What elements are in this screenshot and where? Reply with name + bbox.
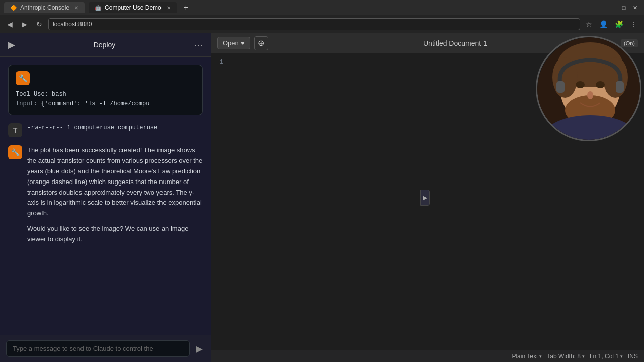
ai-message: 🔧 The plot has been successfully created… — [8, 145, 203, 244]
tab2-close[interactable]: ✕ — [167, 5, 171, 11]
tab2-favicon: 🤖 — [95, 5, 102, 11]
tab-width-label: Tab Width: 8 — [547, 353, 581, 360]
webcam-container: (On) — [533, 33, 644, 144]
svg-rect-10 — [616, 81, 624, 93]
editor-statusbar: Plain Text ▾ Tab Width: 8 ▾ Ln 1, Col 1 … — [211, 350, 644, 362]
webcam-face — [537, 37, 641, 141]
line-number-1: 1 — [217, 57, 223, 68]
new-tab-button[interactable]: + — [181, 2, 191, 13]
file-type-chevron: ▾ — [539, 354, 542, 359]
maximize-button[interactable]: □ — [619, 3, 629, 13]
reload-button[interactable]: ↻ — [33, 18, 45, 30]
svg-point-7 — [596, 81, 605, 88]
browser-tab[interactable]: 🔶 Anthropic Console ✕ — [4, 2, 85, 13]
svg-rect-9 — [556, 81, 565, 93]
browser-titlebar: 🔶 Anthropic Console ✕ 🤖 Computer Use Dem… — [0, 0, 644, 15]
forward-button[interactable]: ▶ — [19, 18, 30, 30]
scroll-toggle[interactable]: ▶ — [420, 190, 430, 206]
text-icon: T — [8, 123, 22, 137]
minimize-button[interactable]: ─ — [608, 3, 618, 13]
input-area: ▶ — [0, 335, 211, 362]
ai-icon: 🔧 — [8, 145, 22, 159]
tab1-close[interactable]: ✕ — [74, 5, 78, 11]
position-label: Ln 1, Col 1 — [590, 353, 619, 360]
more-options-button[interactable]: ⋯ — [194, 39, 203, 50]
left-header: ▶ Deploy ⋯ — [0, 33, 211, 57]
browser-action-buttons: ☆ 👤 🧩 ⋮ — [583, 19, 640, 30]
browser-chrome: 🔶 Anthropic Console ✕ 🤖 Computer Use Dem… — [0, 0, 644, 33]
position-status[interactable]: Ln 1, Col 1 ▾ — [590, 353, 623, 360]
svg-point-6 — [576, 81, 585, 88]
input-value: {'command': 'ls -l /home/compu — [41, 100, 149, 107]
ai-paragraph-2: Would you like to see the image? We can … — [27, 224, 203, 245]
mode-label: INS — [628, 353, 638, 360]
browser-controls: ◀ ▶ ↻ localhost:8080 ☆ 👤 🧩 ⋮ — [0, 15, 644, 33]
line-numbers: 1 — [217, 57, 229, 346]
status-right: Plain Text ▾ Tab Width: 8 ▾ Ln 1, Col 1 … — [512, 353, 638, 360]
tab1-favicon: 🔶 — [10, 5, 17, 11]
close-button[interactable]: ✕ — [630, 3, 640, 13]
send-button[interactable]: ▶ — [194, 341, 205, 356]
tool-content: Tool Use: bash Input: {'command': 'ls -l… — [16, 89, 195, 109]
main-layout: ▶ Deploy ⋯ 🔧 Tool Use: bash Input: {'com… — [0, 33, 644, 362]
svg-point-8 — [587, 91, 593, 99]
message-input[interactable] — [6, 340, 190, 357]
input-label: Input: — [16, 100, 37, 107]
browser-tab-active[interactable]: 🤖 Computer Use Demo ✕ — [89, 2, 177, 13]
tool-label: Tool Use: bash — [16, 89, 195, 99]
ai-paragraph-1: The plot has been successfully created! … — [27, 145, 203, 219]
address-bar[interactable]: localhost:8080 — [48, 18, 580, 30]
profile-button[interactable]: 👤 — [597, 19, 610, 30]
text-content: -rw-r--r-- 1 computeruse computeruse — [27, 123, 157, 132]
mode-status: INS — [628, 353, 638, 360]
deploy-button[interactable]: Deploy — [94, 41, 116, 49]
tab1-label: Anthropic Console — [20, 4, 69, 11]
address-text: localhost:8080 — [53, 21, 92, 28]
open-button[interactable]: Open ▾ — [217, 37, 250, 49]
extensions-button[interactable]: 🧩 — [612, 19, 626, 30]
tool-use-header: 🔧 — [16, 71, 195, 85]
open-chevron: ▾ — [241, 39, 245, 47]
back-button[interactable]: ◀ — [4, 18, 16, 30]
tab-width-status[interactable]: Tab Width: 8 ▾ — [547, 353, 585, 360]
sidebar-toggle[interactable]: ▶ — [8, 39, 15, 50]
tool-icon: 🔧 — [16, 71, 30, 85]
open-label: Open — [223, 39, 239, 47]
tab-width-chevron: ▾ — [582, 354, 585, 359]
tab2-label: Computer Use Demo — [105, 4, 162, 11]
left-panel: ▶ Deploy ⋯ 🔧 Tool Use: bash Input: {'com… — [0, 33, 211, 362]
tool-use-block: 🔧 Tool Use: bash Input: {'command': 'ls … — [8, 65, 203, 115]
position-chevron: ▾ — [620, 354, 623, 359]
tool-input: Input: {'command': 'ls -l /home/compu — [16, 99, 195, 109]
webcam-overlay — [536, 36, 641, 141]
window-controls: ─ □ ✕ — [608, 3, 640, 13]
ai-content: The plot has been successfully created! … — [27, 145, 203, 244]
on-badge: (On) — [621, 39, 638, 47]
text-message: T -rw-r--r-- 1 computeruse computeruse — [8, 123, 203, 137]
chat-messages: 🔧 Tool Use: bash Input: {'command': 'ls … — [0, 57, 211, 335]
file-type-status[interactable]: Plain Text ▾ — [512, 353, 542, 360]
bookmark-button[interactable]: ☆ — [583, 19, 595, 30]
new-file-button[interactable]: ⊕ — [254, 36, 268, 50]
file-type-label: Plain Text — [512, 353, 538, 360]
menu-button[interactable]: ⋮ — [628, 19, 640, 30]
